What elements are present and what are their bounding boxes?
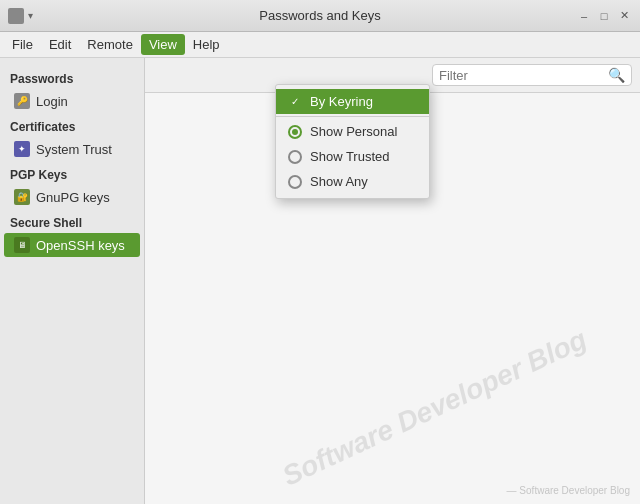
dropdown-item-show-trusted[interactable]: Show Trusted [276,144,429,169]
show-personal-label: Show Personal [310,124,397,139]
by-keyring-label: By Keyring [310,94,373,109]
sidebar: Passwords 🔑 Login Certificates ✦ System … [0,58,145,504]
section-secure-shell: Secure Shell [0,210,144,232]
window-controls: – □ ✕ [576,8,632,24]
close-button[interactable]: ✕ [616,8,632,24]
menubar: File Edit Remote View Help [0,32,640,58]
sidebar-label-gnupg: GnuPG keys [36,190,110,205]
sidebar-item-login[interactable]: 🔑 Login [4,89,140,113]
maximize-button[interactable]: □ [596,8,612,24]
menu-view[interactable]: View [141,34,185,55]
minimize-button[interactable]: – [576,8,592,24]
search-icon: 🔍 [608,67,625,83]
system-trust-icon: ✦ [14,141,30,157]
view-dropdown-menu: By Keyring Show Personal Show Trusted Sh… [275,84,430,199]
show-any-radio [288,175,302,189]
titlebar-arrow: ▾ [28,10,33,21]
dropdown-item-show-personal[interactable]: Show Personal [276,119,429,144]
menu-file[interactable]: File [4,34,41,55]
section-passwords: Passwords [0,66,144,88]
sidebar-item-system-trust[interactable]: ✦ System Trust [4,137,140,161]
section-certificates: Certificates [0,114,144,136]
sidebar-item-openssh-keys[interactable]: 🖥 OpenSSH keys [4,233,140,257]
show-trusted-label: Show Trusted [310,149,390,164]
watermark: Software Developer Blog [277,323,591,492]
content-area: 🔍 By Keyring Show Personal Show Trusted [145,58,640,504]
sidebar-label-login: Login [36,94,68,109]
sidebar-label-system-trust: System Trust [36,142,112,157]
menu-remote[interactable]: Remote [79,34,141,55]
dropdown-separator [276,116,429,117]
dropdown-item-by-keyring[interactable]: By Keyring [276,89,429,114]
window-title: Passwords and Keys [259,8,380,23]
login-icon: 🔑 [14,93,30,109]
titlebar: ▾ Passwords and Keys – □ ✕ [0,0,640,32]
show-any-label: Show Any [310,174,368,189]
by-keyring-checkbox [288,95,302,109]
section-pgp-keys: PGP Keys [0,162,144,184]
dropdown-item-show-any[interactable]: Show Any [276,169,429,194]
filter-input[interactable] [439,68,608,83]
sidebar-label-openssh: OpenSSH keys [36,238,125,253]
gnupg-icon: 🔐 [14,189,30,205]
filter-box: 🔍 [432,64,632,86]
titlebar-left: ▾ [8,8,33,24]
show-trusted-radio [288,150,302,164]
watermark-bottom: — Software Developer Blog [507,485,630,496]
show-personal-radio [288,125,302,139]
menu-edit[interactable]: Edit [41,34,79,55]
app-icon [8,8,24,24]
menu-help[interactable]: Help [185,34,228,55]
sidebar-item-gnupg-keys[interactable]: 🔐 GnuPG keys [4,185,140,209]
main-layout: Passwords 🔑 Login Certificates ✦ System … [0,58,640,504]
openssh-icon: 🖥 [14,237,30,253]
